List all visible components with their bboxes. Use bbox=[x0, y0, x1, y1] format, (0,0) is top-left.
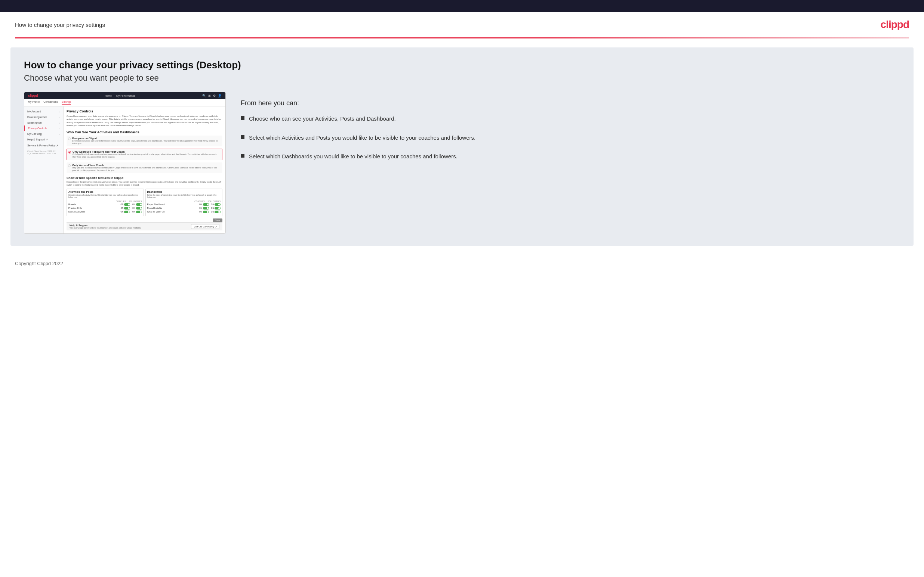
grid-icon: ⊞ bbox=[208, 94, 211, 97]
mock-player-dashboard-row: Player Dashboard ON ON bbox=[147, 203, 221, 206]
mock-insights-coaches-toggle[interactable]: ON bbox=[199, 207, 209, 210]
mock-activities-title: Activities and Posts bbox=[68, 190, 142, 193]
mock-main-panel: Privacy Controls Control how you and you… bbox=[63, 106, 225, 234]
bullet-square-3 bbox=[241, 154, 244, 158]
mock-radio-followers-coach[interactable]: Only Approved Followers and Your Coach O… bbox=[66, 148, 222, 160]
copyright-text: Copyright Clippd 2022 bbox=[15, 261, 63, 266]
mock-tab-connections[interactable]: Connections bbox=[44, 100, 58, 105]
mock-activities-panel: Activities and Posts Select the types of… bbox=[66, 189, 144, 216]
mock-activities-desc: Select the types of activity that you'd … bbox=[68, 194, 142, 199]
bullet-text-3: Select which Dashboards you would like t… bbox=[249, 152, 457, 161]
mock-help-desc: Visit our Clippd community to troublesho… bbox=[69, 227, 141, 229]
logo: clippd bbox=[880, 19, 909, 31]
bullet-item-3: Select which Dashboards you would like t… bbox=[241, 152, 900, 161]
info-from-here-heading: From here you can: bbox=[241, 99, 900, 107]
mock-logo: clippd bbox=[28, 94, 38, 97]
bullet-item-2: Select which Activities and Posts you wo… bbox=[241, 134, 900, 142]
mock-radio-everyone[interactable]: Everyone on Clippd Everyone on Clippd ca… bbox=[66, 135, 222, 147]
mock-rounds-followers-toggle[interactable]: ON bbox=[132, 203, 142, 206]
main-content: How to change your privacy settings (Des… bbox=[10, 47, 914, 246]
mock-radio-group: Everyone on Clippd Everyone on Clippd ca… bbox=[66, 135, 222, 174]
header-title: How to change your privacy settings bbox=[15, 22, 105, 28]
mock-manual-followers-toggle[interactable]: ON bbox=[132, 211, 142, 213]
mock-nav-icons: 🔍 ⊞ ⚙ 👤 bbox=[202, 94, 222, 97]
bullet-list: Choose who can see your Activities, Post… bbox=[241, 114, 900, 161]
screenshot-mockup: clippd Home My Performance 🔍 ⊞ ⚙ 👤 My Pr… bbox=[24, 92, 226, 234]
mock-body: My Account› Data Integrations› Subscript… bbox=[24, 106, 225, 234]
mock-radio-dot-followers bbox=[68, 151, 71, 153]
mock-sidebar-service-privacy[interactable]: Service & Privacy Policy ↗ bbox=[24, 143, 63, 148]
mock-save-button[interactable]: Save bbox=[213, 219, 222, 222]
mock-player-coaches-toggle[interactable]: ON bbox=[199, 203, 209, 206]
mock-what-to-work-row: What To Work On ON ON bbox=[147, 211, 221, 213]
mock-radio-content-followers: Only Approved Followers and Your Coach O… bbox=[73, 150, 221, 158]
mock-tabs: My Profile Connections Settings bbox=[24, 99, 225, 106]
mock-show-hide-desc: Regardless of the privacy controls that … bbox=[66, 181, 222, 186]
mock-help-bar: Help & Support Visit our Clippd communit… bbox=[66, 222, 222, 230]
mock-practice-drills-row: Practice Drills ON ON bbox=[68, 207, 142, 210]
screenshot-col: clippd Home My Performance 🔍 ⊞ ⚙ 👤 My Pr… bbox=[24, 92, 226, 234]
mock-topbar: clippd Home My Performance 🔍 ⊞ ⚙ 👤 bbox=[24, 92, 225, 99]
mock-rounds-row: Rounds ON ON bbox=[68, 203, 142, 206]
mock-privacy-controls-desc: Control how you and your data appears to… bbox=[66, 114, 222, 127]
mock-tab-settings[interactable]: Settings bbox=[62, 100, 71, 105]
mock-work-coaches-toggle[interactable]: ON bbox=[199, 211, 209, 213]
bullet-text-1: Choose who can see your Activities, Post… bbox=[249, 114, 396, 123]
mock-round-insights-row: Round Insights ON ON bbox=[147, 207, 221, 210]
mock-insights-followers-toggle[interactable]: ON bbox=[211, 207, 221, 210]
bullet-text-2: Select which Activities and Posts you wo… bbox=[249, 134, 475, 142]
mock-sidebar-data-integrations[interactable]: Data Integrations› bbox=[24, 114, 63, 120]
mock-manual-activities-row: Manual Activities ON ON bbox=[68, 211, 142, 213]
mock-nav: Home My Performance bbox=[105, 95, 135, 97]
mock-sidebar-subscription[interactable]: Subscription› bbox=[24, 120, 63, 126]
two-col-layout: clippd Home My Performance 🔍 ⊞ ⚙ 👤 My Pr… bbox=[24, 92, 900, 234]
mock-dashboards-panel: Dashboards Select the types of activity … bbox=[145, 189, 223, 216]
mock-rounds-coaches-toggle[interactable]: ON bbox=[121, 203, 131, 206]
mock-radio-only-you[interactable]: Only You and Your Coach Only you and the… bbox=[66, 163, 222, 173]
mock-sidebar-help-support[interactable]: Help & Support ↗ bbox=[24, 137, 63, 143]
mock-drills-followers-toggle[interactable]: ON bbox=[132, 207, 142, 210]
mock-work-followers-toggle[interactable]: ON bbox=[211, 211, 221, 213]
mock-privacy-controls-title: Privacy Controls bbox=[66, 110, 222, 113]
top-bar bbox=[0, 0, 924, 12]
mock-radio-dot-only-you bbox=[68, 164, 71, 167]
mock-help-title: Help & Support bbox=[69, 224, 141, 227]
mock-tab-profile[interactable]: My Profile bbox=[28, 100, 40, 105]
mock-version: Clippd Client Version: 2022.8.2SQL Serve… bbox=[24, 148, 63, 156]
settings-icon: ⚙ bbox=[213, 94, 216, 97]
mock-sidebar-my-golf-bag[interactable]: My Golf Bag› bbox=[24, 131, 63, 137]
header: How to change your privacy settings clip… bbox=[0, 12, 924, 37]
info-col: From here you can: Choose who can see yo… bbox=[241, 92, 900, 171]
mock-show-hide-title: Show or hide specific features in Clippd bbox=[66, 176, 222, 180]
mock-sidebar-my-account[interactable]: My Account› bbox=[24, 109, 63, 114]
bullet-square-1 bbox=[241, 116, 244, 120]
page-heading: How to change your privacy settings (Des… bbox=[24, 60, 900, 71]
mock-dashboards-desc: Select the types of activity that you'd … bbox=[147, 194, 221, 199]
mock-sidebar: My Account› Data Integrations› Subscript… bbox=[24, 106, 63, 234]
bullet-square-2 bbox=[241, 135, 244, 139]
header-divider bbox=[15, 37, 909, 39]
mock-radio-dot-everyone bbox=[68, 137, 71, 140]
footer: Copyright Clippd 2022 bbox=[0, 255, 924, 272]
mock-radio-content-only-you: Only You and Your Coach Only you and the… bbox=[72, 164, 221, 172]
mock-visit-community-button[interactable]: Visit Our Community ↗ bbox=[191, 224, 220, 229]
mock-features-section: Show or hide specific features in Clippd… bbox=[66, 176, 222, 222]
mock-who-can-see-title: Who Can See Your Activities and Dashboar… bbox=[66, 131, 222, 134]
bullet-item-1: Choose who can see your Activities, Post… bbox=[241, 114, 900, 123]
mock-nav-performance: My Performance bbox=[116, 95, 135, 97]
mock-player-followers-toggle[interactable]: ON bbox=[211, 203, 221, 206]
mock-save-row: Save bbox=[66, 219, 222, 222]
avatar-icon: 👤 bbox=[218, 94, 222, 97]
search-icon: 🔍 bbox=[202, 94, 206, 97]
mock-manual-coaches-toggle[interactable]: ON bbox=[121, 211, 131, 213]
mock-radio-content-everyone: Everyone on Clippd Everyone on Clippd ca… bbox=[72, 137, 221, 145]
mock-activities-toggle-header: COACHESFOLLOWERS bbox=[68, 200, 142, 202]
page-subheading: Choose what you want people to see bbox=[24, 73, 900, 83]
mock-drills-coaches-toggle[interactable]: ON bbox=[121, 207, 131, 210]
mock-dashboards-title: Dashboards bbox=[147, 190, 221, 193]
mock-nav-home: Home bbox=[105, 95, 112, 97]
mock-dashboards-toggle-header: COACHESFOLLOWERS bbox=[147, 200, 221, 202]
mock-features-grid: Activities and Posts Select the types of… bbox=[66, 189, 222, 216]
mock-sidebar-privacy-controls[interactable]: Privacy Controls› bbox=[24, 126, 63, 131]
